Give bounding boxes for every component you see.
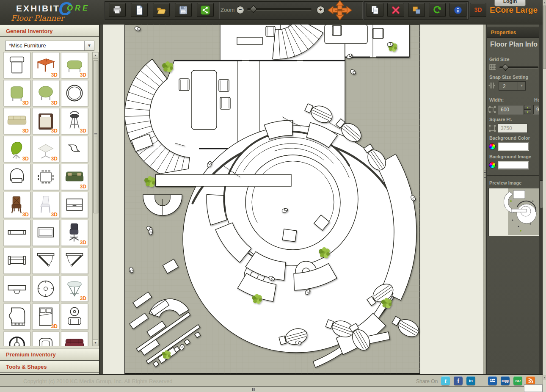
preview-image-label: Preview Image — [489, 180, 521, 185]
exhibitcore-floor-planner-app: EXHIBIT C ORE Floor Planner Zoom − + — [0, 0, 546, 392]
inventory-item-round-table[interactable] — [32, 276, 59, 302]
grand-piano-icon — [6, 306, 28, 328]
square-ft-field — [498, 124, 527, 133]
save-button[interactable] — [175, 3, 192, 17]
inventory-scrollbar-thumb[interactable] — [93, 60, 99, 213]
open-icon — [156, 5, 167, 16]
inventory-item-white-ottoman[interactable]: 3D — [32, 136, 59, 162]
width-field[interactable] — [498, 105, 523, 114]
inventory-item-podium[interactable] — [3, 52, 30, 78]
inventory-item-orange-table[interactable]: 3D — [32, 52, 59, 78]
inventory-item-bed[interactable]: 3D — [32, 108, 59, 134]
inventory-item-green-bench[interactable]: 3D — [61, 52, 88, 78]
inventory-item-rect-table[interactable] — [32, 220, 59, 246]
square-ft-label: Square Ft. — [489, 117, 512, 122]
share-facebook[interactable]: f — [454, 376, 463, 385]
pan-control[interactable] — [327, 0, 353, 22]
window-vertical-scrollbar[interactable]: ▲ ▼ — [543, 0, 546, 392]
premium-inventory-header[interactable]: Premium Inventory — [0, 348, 99, 360]
zoom-in-button[interactable]: + — [317, 6, 325, 14]
inventory-item-beige-sofa[interactable]: 3D — [3, 108, 30, 134]
inventory-item-circle-shape[interactable] — [61, 80, 88, 106]
login-button[interactable]: Login — [494, 0, 526, 6]
floor-plan-canvas[interactable] — [100, 25, 483, 374]
inventory-item-green-round-ottoman[interactable]: 3D — [32, 80, 59, 106]
chevron-down-icon[interactable]: ▼ — [84, 41, 94, 50]
inventory-item-wood-chair[interactable]: 3D — [3, 192, 30, 218]
zoom-out-button[interactable]: − — [236, 6, 244, 14]
inventory-item-shelf[interactable] — [3, 220, 30, 246]
inventory-item-sofa-plan[interactable] — [3, 248, 30, 274]
inventory-item-red-sofa[interactable]: 3D — [61, 331, 88, 346]
stepper-down-icon[interactable]: ▼ — [524, 110, 531, 114]
refresh-button[interactable] — [429, 3, 446, 17]
inventory-item-green-loveseat[interactable]: 3D — [61, 164, 88, 190]
share-digg[interactable]: digg — [501, 376, 510, 385]
delete-button[interactable] — [387, 3, 404, 17]
grid-size-label: Grid Size — [489, 57, 510, 62]
inventory-item-s-curve-sofa[interactable] — [61, 136, 88, 162]
inventory-item-grand-piano[interactable] — [3, 304, 30, 330]
inventory-scrollbar[interactable]: ▲ ▼ — [92, 52, 99, 346]
inventory-item-counter[interactable] — [3, 276, 30, 302]
print-button[interactable] — [109, 3, 126, 17]
inventory-item-glass-table[interactable]: 3D — [61, 276, 88, 302]
chevron-down-icon[interactable]: ▼ — [518, 82, 525, 90]
scroll-up-icon[interactable]: ▲ — [543, 0, 546, 5]
window-horizontal-scrollbar[interactable] — [0, 386, 543, 392]
new-document-button[interactable] — [131, 3, 148, 17]
background-color-field[interactable] — [498, 142, 529, 151]
share-linkedin[interactable]: in — [466, 376, 475, 385]
grid-size-slider-thumb[interactable] — [502, 64, 509, 71]
inventory-item-door-right[interactable] — [61, 248, 88, 274]
snap-size-select[interactable]: 2 ▼ — [499, 81, 526, 91]
scroll-up-icon[interactable]: ▲ — [93, 52, 98, 59]
inventory-item-armchair-plan[interactable] — [32, 331, 59, 346]
share-icon — [200, 5, 211, 16]
share-myspace[interactable] — [488, 376, 497, 385]
inventory-item-door-left[interactable] — [32, 248, 59, 274]
print-icon — [112, 5, 123, 16]
paste-button[interactable] — [408, 3, 425, 17]
stepper-up-icon[interactable]: ▲ — [524, 105, 531, 110]
inventory-item-bed-plan[interactable]: 3D — [32, 304, 59, 330]
color-wheel-icon[interactable] — [489, 162, 496, 168]
copy-button[interactable] — [367, 3, 383, 17]
scroll-down-icon[interactable]: ▼ — [543, 375, 546, 380]
inventory-item-armchair-lamp[interactable] — [61, 304, 88, 330]
top-room-table[interactable] — [325, 25, 367, 44]
inventory-item-green-lounge-chair[interactable]: 3D — [3, 136, 30, 162]
general-inventory-header[interactable]: General Inventory — [0, 25, 99, 37]
share-rss[interactable] — [526, 376, 535, 385]
conference-table[interactable] — [191, 70, 217, 130]
panel-title: Floor Plan Info — [490, 41, 538, 48]
long-wall-bar[interactable] — [156, 174, 291, 186]
view-3d-button[interactable]: 3D — [470, 3, 486, 17]
open-file-button[interactable] — [153, 3, 170, 17]
share-stumbleupon[interactable]: SU — [513, 376, 522, 385]
panel-scrollbar-thumb[interactable] — [540, 180, 543, 208]
color-wheel-icon[interactable] — [489, 143, 496, 150]
inventory-item-white-chair[interactable]: 3D — [32, 192, 59, 218]
inventory-item-armchair[interactable] — [3, 164, 30, 190]
panel-scrollbar[interactable] — [539, 25, 543, 374]
info-button[interactable] — [449, 3, 466, 17]
tools-shapes-header[interactable]: Tools & Shapes — [0, 360, 99, 373]
width-stepper[interactable]: ▲ ▼ — [524, 105, 531, 114]
reception-desk-top[interactable] — [237, 37, 262, 44]
inventory-item-office-chair[interactable]: 3D — [61, 220, 88, 246]
vertical-scrollbar-thumb[interactable] — [543, 6, 546, 69]
share-twitter[interactable]: t — [441, 376, 450, 385]
category-dropdown[interactable]: *Misc Furniture ▼ — [5, 41, 94, 51]
panel-splitter[interactable] — [483, 25, 487, 374]
scroll-down-icon[interactable]: ▼ — [93, 340, 98, 346]
inventory-item-conference-table[interactable] — [32, 164, 59, 190]
inventory-item-dresser[interactable] — [61, 192, 88, 218]
tab-properties[interactable]: Properties — [487, 27, 543, 38]
category-dropdown-value: *Misc Furniture — [9, 42, 46, 49]
inventory-item-wheel-chair[interactable] — [3, 331, 30, 346]
background-image-field[interactable] — [498, 161, 529, 169]
inventory-item-green-cube-ottoman[interactable]: 3D — [3, 80, 30, 106]
share-button[interactable] — [197, 3, 214, 17]
inventory-item-bar-stool[interactable]: 3D — [61, 108, 88, 134]
